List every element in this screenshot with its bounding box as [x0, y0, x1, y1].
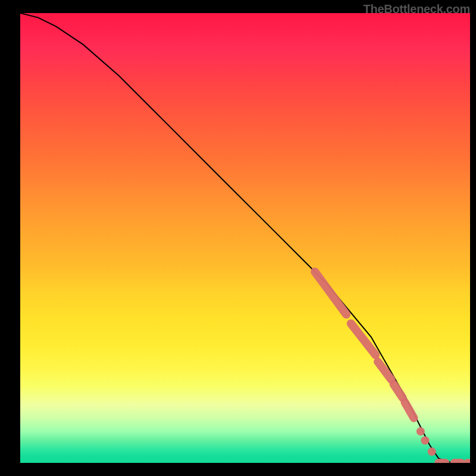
chart-svg: [20, 13, 470, 463]
chart-stage: TheBottleneck.com: [0, 0, 476, 476]
overlay-markers: [315, 272, 470, 463]
svg-line-0: [315, 272, 346, 315]
svg-point-10: [464, 459, 470, 463]
svg-line-2: [378, 362, 392, 380]
svg-point-6: [421, 436, 429, 444]
svg-point-5: [416, 427, 425, 436]
svg-line-3: [393, 384, 402, 398]
svg-line-4: [405, 402, 414, 418]
svg-point-7: [428, 447, 436, 456]
plot-area: [20, 13, 470, 463]
